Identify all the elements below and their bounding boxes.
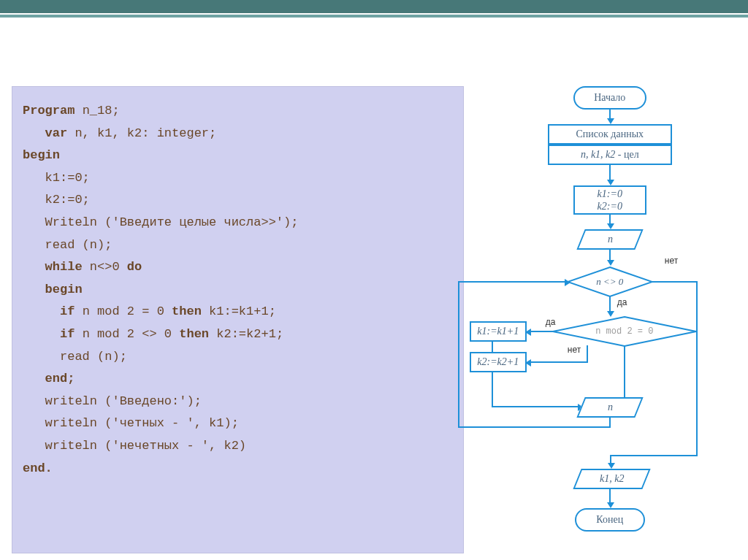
edge xyxy=(696,281,698,456)
arrow-down-icon xyxy=(607,223,614,229)
arrow-down-icon xyxy=(607,180,614,185)
flow-input-n2: n xyxy=(576,397,643,418)
edge xyxy=(609,418,611,426)
edge xyxy=(624,346,625,399)
flow-cond-1: n <> 0 xyxy=(566,266,654,298)
flow-input-n: n xyxy=(576,229,643,250)
arrow-down-icon xyxy=(607,118,614,124)
edge xyxy=(652,281,698,283)
flow-init: k1:=0k2:=0 xyxy=(573,185,646,215)
flow-assign-k2: k2:=k2+1 xyxy=(470,352,527,372)
edge xyxy=(530,361,588,363)
code-panel: Program n_18; var n, k1, k2: integer; be… xyxy=(12,86,464,553)
edge xyxy=(458,281,568,283)
label-no: нет xyxy=(665,256,678,266)
flow-output: k1, k2 xyxy=(573,469,650,489)
kw-var: var xyxy=(45,126,75,140)
arrow-down-icon xyxy=(607,502,614,508)
edge xyxy=(458,281,459,428)
arrow-down-icon xyxy=(607,260,614,266)
kw-end-final: end. xyxy=(23,461,53,475)
slide-content: Program n_18; var n, k1, k2: integer; be… xyxy=(0,13,748,553)
edge xyxy=(609,165,611,181)
flow-start: Начало xyxy=(573,86,646,110)
kw-program: Program xyxy=(23,104,83,118)
top-header-bar xyxy=(0,0,748,13)
arrow-down-icon xyxy=(608,463,615,469)
label-yes-2: да xyxy=(546,317,556,327)
label-no-2: нет xyxy=(568,345,581,355)
kw-end: end; xyxy=(45,372,75,386)
flow-vars: n, k1, k2 - цел xyxy=(548,145,672,165)
arrow-right-icon xyxy=(565,279,570,286)
flowchart: Начало Список данных n, k1, k2 - цел k1:… xyxy=(471,86,748,553)
edge xyxy=(530,331,554,332)
edge xyxy=(492,406,579,407)
flow-end: Конец xyxy=(575,508,645,532)
edge xyxy=(609,489,611,504)
kw-begin-2: begin xyxy=(45,283,83,296)
label-yes: да xyxy=(617,297,627,307)
flow-cond-2: n mod 2 = 0 xyxy=(552,315,698,348)
kw-while: while xyxy=(45,260,90,274)
code-block: Program n_18; var n, k1, k2: integer; be… xyxy=(23,100,453,480)
edge xyxy=(609,296,611,312)
edge xyxy=(610,455,698,456)
edge xyxy=(587,345,588,363)
edge xyxy=(458,426,611,428)
flow-assign-k1: k1:=k1+1 xyxy=(470,321,527,342)
flow-data-list: Список данных xyxy=(548,124,672,145)
kw-begin: begin xyxy=(23,148,60,162)
